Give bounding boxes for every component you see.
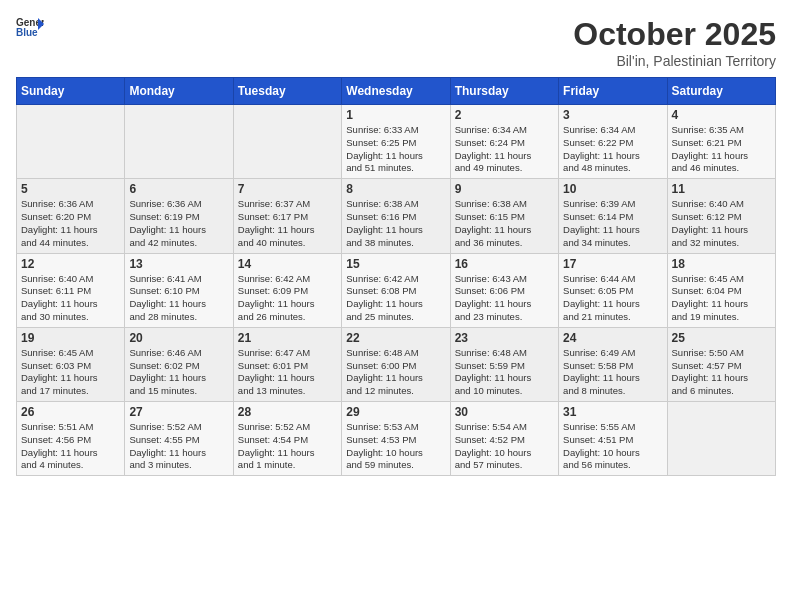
day-number: 26 — [21, 405, 120, 419]
svg-text:Blue: Blue — [16, 27, 38, 38]
day-info: Sunrise: 6:33 AM Sunset: 6:25 PM Dayligh… — [346, 124, 423, 173]
calendar-cell: 28Sunrise: 5:52 AM Sunset: 4:54 PM Dayli… — [233, 402, 341, 476]
day-number: 24 — [563, 331, 662, 345]
day-header-friday: Friday — [559, 78, 667, 105]
month-title: October 2025 — [573, 16, 776, 53]
day-number: 20 — [129, 331, 228, 345]
day-number: 2 — [455, 108, 554, 122]
calendar-cell: 29Sunrise: 5:53 AM Sunset: 4:53 PM Dayli… — [342, 402, 450, 476]
day-number: 29 — [346, 405, 445, 419]
day-header-sunday: Sunday — [17, 78, 125, 105]
day-header-thursday: Thursday — [450, 78, 558, 105]
day-number: 30 — [455, 405, 554, 419]
calendar-cell: 12Sunrise: 6:40 AM Sunset: 6:11 PM Dayli… — [17, 253, 125, 327]
day-number: 11 — [672, 182, 771, 196]
calendar-cell: 14Sunrise: 6:42 AM Sunset: 6:09 PM Dayli… — [233, 253, 341, 327]
day-number: 21 — [238, 331, 337, 345]
calendar-cell: 3Sunrise: 6:34 AM Sunset: 6:22 PM Daylig… — [559, 105, 667, 179]
day-number: 28 — [238, 405, 337, 419]
day-info: Sunrise: 6:47 AM Sunset: 6:01 PM Dayligh… — [238, 347, 315, 396]
day-info: Sunrise: 5:50 AM Sunset: 4:57 PM Dayligh… — [672, 347, 749, 396]
day-info: Sunrise: 6:37 AM Sunset: 6:17 PM Dayligh… — [238, 198, 315, 247]
calendar-week-row: 12Sunrise: 6:40 AM Sunset: 6:11 PM Dayli… — [17, 253, 776, 327]
calendar-cell — [667, 402, 775, 476]
calendar-cell: 15Sunrise: 6:42 AM Sunset: 6:08 PM Dayli… — [342, 253, 450, 327]
day-number: 23 — [455, 331, 554, 345]
day-number: 31 — [563, 405, 662, 419]
day-number: 7 — [238, 182, 337, 196]
title-area: October 2025 Bil'in, Palestinian Territo… — [573, 16, 776, 69]
day-number: 27 — [129, 405, 228, 419]
day-number: 6 — [129, 182, 228, 196]
day-number: 16 — [455, 257, 554, 271]
day-number: 12 — [21, 257, 120, 271]
day-number: 13 — [129, 257, 228, 271]
logo: General Blue — [16, 16, 44, 38]
calendar-cell — [125, 105, 233, 179]
day-number: 9 — [455, 182, 554, 196]
day-info: Sunrise: 5:53 AM Sunset: 4:53 PM Dayligh… — [346, 421, 423, 470]
day-number: 4 — [672, 108, 771, 122]
day-info: Sunrise: 6:42 AM Sunset: 6:09 PM Dayligh… — [238, 273, 315, 322]
day-number: 18 — [672, 257, 771, 271]
location-title: Bil'in, Palestinian Territory — [573, 53, 776, 69]
calendar-header-row: SundayMondayTuesdayWednesdayThursdayFrid… — [17, 78, 776, 105]
day-info: Sunrise: 6:48 AM Sunset: 5:59 PM Dayligh… — [455, 347, 532, 396]
calendar-cell: 30Sunrise: 5:54 AM Sunset: 4:52 PM Dayli… — [450, 402, 558, 476]
day-info: Sunrise: 5:51 AM Sunset: 4:56 PM Dayligh… — [21, 421, 98, 470]
calendar-cell — [17, 105, 125, 179]
day-number: 8 — [346, 182, 445, 196]
day-info: Sunrise: 6:48 AM Sunset: 6:00 PM Dayligh… — [346, 347, 423, 396]
day-number: 22 — [346, 331, 445, 345]
calendar: SundayMondayTuesdayWednesdayThursdayFrid… — [16, 77, 776, 476]
calendar-cell: 26Sunrise: 5:51 AM Sunset: 4:56 PM Dayli… — [17, 402, 125, 476]
day-number: 10 — [563, 182, 662, 196]
calendar-cell: 8Sunrise: 6:38 AM Sunset: 6:16 PM Daylig… — [342, 179, 450, 253]
calendar-cell: 31Sunrise: 5:55 AM Sunset: 4:51 PM Dayli… — [559, 402, 667, 476]
calendar-week-row: 1Sunrise: 6:33 AM Sunset: 6:25 PM Daylig… — [17, 105, 776, 179]
day-info: Sunrise: 6:49 AM Sunset: 5:58 PM Dayligh… — [563, 347, 640, 396]
day-number: 3 — [563, 108, 662, 122]
day-number: 17 — [563, 257, 662, 271]
calendar-week-row: 19Sunrise: 6:45 AM Sunset: 6:03 PM Dayli… — [17, 327, 776, 401]
day-info: Sunrise: 6:34 AM Sunset: 6:24 PM Dayligh… — [455, 124, 532, 173]
calendar-cell: 9Sunrise: 6:38 AM Sunset: 6:15 PM Daylig… — [450, 179, 558, 253]
day-number: 25 — [672, 331, 771, 345]
day-info: Sunrise: 6:36 AM Sunset: 6:19 PM Dayligh… — [129, 198, 206, 247]
day-info: Sunrise: 5:54 AM Sunset: 4:52 PM Dayligh… — [455, 421, 532, 470]
calendar-cell: 13Sunrise: 6:41 AM Sunset: 6:10 PM Dayli… — [125, 253, 233, 327]
calendar-cell: 25Sunrise: 5:50 AM Sunset: 4:57 PM Dayli… — [667, 327, 775, 401]
calendar-cell: 10Sunrise: 6:39 AM Sunset: 6:14 PM Dayli… — [559, 179, 667, 253]
calendar-cell: 17Sunrise: 6:44 AM Sunset: 6:05 PM Dayli… — [559, 253, 667, 327]
day-header-wednesday: Wednesday — [342, 78, 450, 105]
day-header-tuesday: Tuesday — [233, 78, 341, 105]
day-info: Sunrise: 6:39 AM Sunset: 6:14 PM Dayligh… — [563, 198, 640, 247]
calendar-cell: 16Sunrise: 6:43 AM Sunset: 6:06 PM Dayli… — [450, 253, 558, 327]
day-info: Sunrise: 6:34 AM Sunset: 6:22 PM Dayligh… — [563, 124, 640, 173]
day-header-saturday: Saturday — [667, 78, 775, 105]
calendar-cell: 5Sunrise: 6:36 AM Sunset: 6:20 PM Daylig… — [17, 179, 125, 253]
calendar-cell: 22Sunrise: 6:48 AM Sunset: 6:00 PM Dayli… — [342, 327, 450, 401]
calendar-cell: 7Sunrise: 6:37 AM Sunset: 6:17 PM Daylig… — [233, 179, 341, 253]
day-info: Sunrise: 6:40 AM Sunset: 6:11 PM Dayligh… — [21, 273, 98, 322]
day-header-monday: Monday — [125, 78, 233, 105]
day-number: 19 — [21, 331, 120, 345]
day-number: 5 — [21, 182, 120, 196]
calendar-cell: 11Sunrise: 6:40 AM Sunset: 6:12 PM Dayli… — [667, 179, 775, 253]
day-info: Sunrise: 5:55 AM Sunset: 4:51 PM Dayligh… — [563, 421, 640, 470]
calendar-cell: 27Sunrise: 5:52 AM Sunset: 4:55 PM Dayli… — [125, 402, 233, 476]
day-info: Sunrise: 6:36 AM Sunset: 6:20 PM Dayligh… — [21, 198, 98, 247]
day-info: Sunrise: 6:46 AM Sunset: 6:02 PM Dayligh… — [129, 347, 206, 396]
day-info: Sunrise: 6:45 AM Sunset: 6:03 PM Dayligh… — [21, 347, 98, 396]
calendar-cell: 4Sunrise: 6:35 AM Sunset: 6:21 PM Daylig… — [667, 105, 775, 179]
day-info: Sunrise: 6:44 AM Sunset: 6:05 PM Dayligh… — [563, 273, 640, 322]
calendar-cell: 20Sunrise: 6:46 AM Sunset: 6:02 PM Dayli… — [125, 327, 233, 401]
calendar-cell: 24Sunrise: 6:49 AM Sunset: 5:58 PM Dayli… — [559, 327, 667, 401]
calendar-week-row: 5Sunrise: 6:36 AM Sunset: 6:20 PM Daylig… — [17, 179, 776, 253]
day-info: Sunrise: 5:52 AM Sunset: 4:54 PM Dayligh… — [238, 421, 315, 470]
day-info: Sunrise: 6:41 AM Sunset: 6:10 PM Dayligh… — [129, 273, 206, 322]
day-number: 1 — [346, 108, 445, 122]
day-info: Sunrise: 6:43 AM Sunset: 6:06 PM Dayligh… — [455, 273, 532, 322]
day-number: 14 — [238, 257, 337, 271]
calendar-cell: 6Sunrise: 6:36 AM Sunset: 6:19 PM Daylig… — [125, 179, 233, 253]
